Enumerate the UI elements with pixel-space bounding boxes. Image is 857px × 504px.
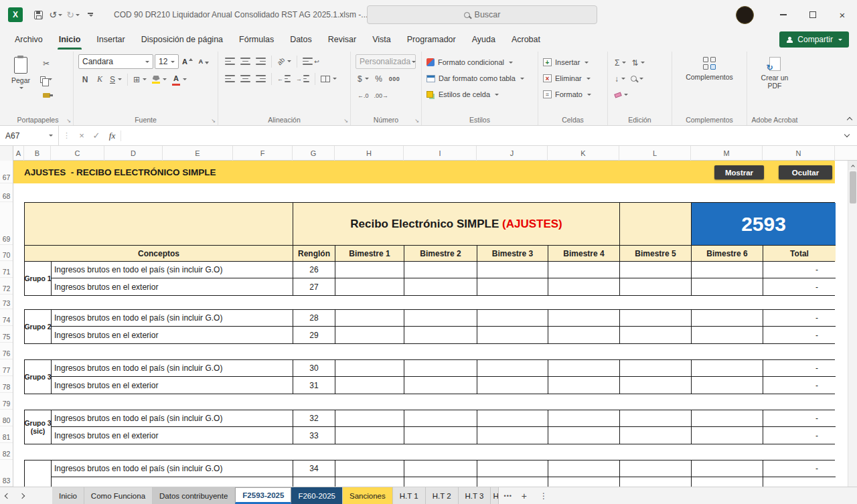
merge-center-icon[interactable] xyxy=(319,72,339,86)
data-cell[interactable] xyxy=(692,360,763,377)
create-pdf-button[interactable]: Crear un PDF xyxy=(755,54,795,92)
align-top-icon[interactable] xyxy=(223,54,237,68)
more-sheets-button[interactable]: ••• xyxy=(499,487,516,504)
ajustes-banner-cell[interactable]: AJUSTES - RECIBO ELECTRÓNICO SIMPLE Most… xyxy=(13,161,835,183)
form-code-cell[interactable]: 2593 xyxy=(692,203,836,246)
data-cell[interactable] xyxy=(692,327,763,343)
renglon-cell[interactable]: 28 xyxy=(293,310,335,327)
data-cell[interactable] xyxy=(477,410,548,427)
align-center-icon[interactable] xyxy=(238,72,252,86)
data-cell[interactable] xyxy=(335,477,404,487)
data-cell[interactable] xyxy=(620,310,692,327)
row-header-76[interactable]: 76 xyxy=(0,343,13,359)
total-cell[interactable]: - xyxy=(763,427,836,444)
group-name-cell[interactable]: Grupo 2 xyxy=(25,310,52,343)
data-cell[interactable] xyxy=(692,427,763,444)
scroll-up-icon[interactable] xyxy=(848,161,857,170)
col-header-E[interactable]: E xyxy=(163,146,233,161)
data-cell[interactable] xyxy=(692,310,763,327)
percent-format-icon[interactable]: % xyxy=(372,72,386,86)
search-input[interactable]: Buscar xyxy=(367,5,597,24)
insert-cells-button[interactable]: Insertar xyxy=(543,56,591,69)
col-header-K[interactable]: K xyxy=(548,146,619,161)
format-as-table-button[interactable]: Dar formato como tabla xyxy=(426,72,524,85)
cut-icon[interactable]: ✂ xyxy=(38,56,54,70)
data-cell[interactable] xyxy=(548,427,620,444)
data-cell[interactable] xyxy=(477,310,548,327)
row-header-69[interactable]: 69 xyxy=(0,202,13,245)
row-header-70[interactable]: 70 xyxy=(0,245,13,261)
data-cell[interactable] xyxy=(548,262,620,278)
cell-empty[interactable] xyxy=(25,203,293,246)
data-cell[interactable] xyxy=(404,477,477,487)
orientation-icon[interactable]: ab xyxy=(275,54,293,68)
data-cell[interactable] xyxy=(335,310,404,327)
header-bimestre-3[interactable]: Bimestre 3 xyxy=(477,246,548,262)
scrollbar-thumb[interactable] xyxy=(850,171,856,203)
italic-icon[interactable]: K xyxy=(93,72,106,86)
cell-styles-button[interactable]: Estilos de celda xyxy=(426,88,524,101)
increase-decimal-icon[interactable]: ←.0 xyxy=(356,88,371,102)
data-cell[interactable] xyxy=(692,410,763,427)
data-cell[interactable] xyxy=(692,278,763,295)
data-cell[interactable] xyxy=(620,460,692,477)
account-avatar[interactable] xyxy=(736,6,754,24)
row-header-68[interactable]: 68 xyxy=(0,183,13,202)
col-header-F[interactable]: F xyxy=(233,146,293,161)
data-cell[interactable] xyxy=(620,427,692,444)
total-cell[interactable]: - xyxy=(763,262,836,278)
sheet-nav-right-icon[interactable] xyxy=(15,487,29,504)
col-header-B[interactable]: B xyxy=(24,146,51,161)
renglon-cell[interactable]: 27 xyxy=(293,278,335,295)
tab-vista[interactable]: Vista xyxy=(364,29,399,50)
data-cell[interactable] xyxy=(404,377,477,394)
total-cell[interactable]: - xyxy=(763,410,836,427)
fill-color-icon[interactable] xyxy=(150,72,169,86)
paste-button[interactable]: Pegar xyxy=(7,54,34,92)
col-header-H[interactable]: H xyxy=(335,146,404,161)
total-cell[interactable] xyxy=(763,477,836,487)
row-header-71[interactable]: 71 xyxy=(0,261,13,278)
data-cell[interactable] xyxy=(477,460,548,477)
data-cell[interactable] xyxy=(548,460,620,477)
tab-programador[interactable]: Programador xyxy=(399,29,464,50)
row-label-cell[interactable]: Ingresos brutos en todo el país (sin inc… xyxy=(52,410,293,427)
data-cell[interactable] xyxy=(335,427,404,444)
sheet-tab-datos-contribuyente[interactable]: Datos contribuyente xyxy=(153,487,235,504)
data-cell[interactable] xyxy=(692,377,763,394)
data-cell[interactable] xyxy=(548,410,620,427)
autosum-icon[interactable]: Σ xyxy=(613,56,628,70)
col-header-C[interactable]: C xyxy=(51,146,104,161)
vertical-scrollbar[interactable] xyxy=(848,161,857,487)
row-label-cell[interactable]: Ingresos brutos en el exterior xyxy=(52,278,293,295)
group-name-cell[interactable]: Grupo 1 xyxy=(25,262,52,295)
data-cell[interactable] xyxy=(692,460,763,477)
row-header-74[interactable]: 74 xyxy=(0,309,13,326)
tab-formulas[interactable]: Fórmulas xyxy=(231,29,282,50)
tab-datos[interactable]: Datos xyxy=(282,29,320,50)
share-button[interactable]: Compartir xyxy=(779,31,849,48)
tab-revisar[interactable]: Revisar xyxy=(320,29,364,50)
complementos-button[interactable]: Complementos xyxy=(682,54,737,84)
header-bimestre-6[interactable]: Bimestre 6 xyxy=(692,246,763,262)
total-cell[interactable]: - xyxy=(763,377,836,394)
sheet-tab-inicio[interactable]: Inicio xyxy=(52,487,84,504)
undo-icon[interactable]: ↺ xyxy=(47,6,64,23)
group-name-cell[interactable] xyxy=(25,460,52,487)
renglon-cell[interactable]: 32 xyxy=(293,410,335,427)
mostrar-button[interactable]: Mostrar xyxy=(714,165,764,179)
renglon-cell[interactable]: 26 xyxy=(293,262,335,278)
data-cell[interactable] xyxy=(404,427,477,444)
group-name-cell[interactable]: Grupo 3(sic) xyxy=(25,410,52,444)
data-cell[interactable] xyxy=(335,410,404,427)
quick-access-customize-icon[interactable] xyxy=(82,6,99,23)
sheet-tab-ht2[interactable]: H.T 2 xyxy=(426,487,459,504)
data-cell[interactable] xyxy=(404,310,477,327)
total-cell[interactable]: - xyxy=(763,460,836,477)
portapapeles-dialog-launcher-icon[interactable]: ↘ xyxy=(66,118,71,124)
sheet-tab-ht1[interactable]: H.T 1 xyxy=(393,487,426,504)
sheet-tab-como-funciona[interactable]: Como Funciona xyxy=(84,487,153,504)
row-header-79[interactable]: 79 xyxy=(0,393,13,410)
delete-cells-button[interactable]: Eliminar xyxy=(543,72,591,85)
close-button[interactable]: × xyxy=(828,0,857,29)
